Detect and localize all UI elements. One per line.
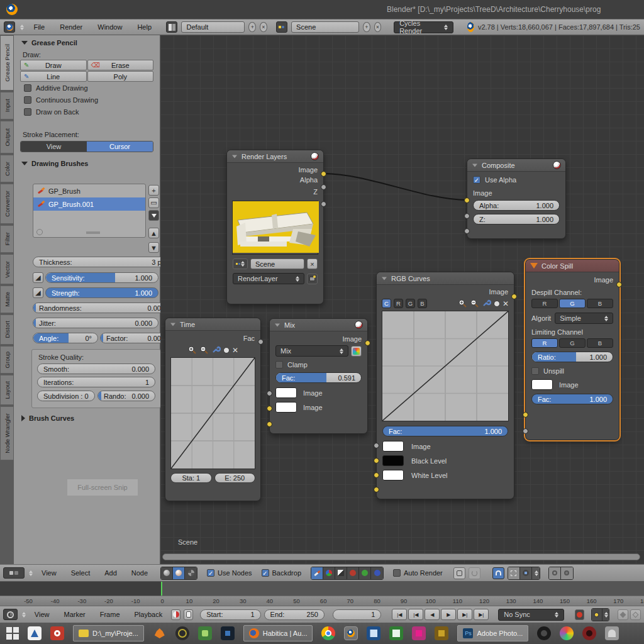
clipping-dot-icon[interactable] xyxy=(223,347,230,353)
menu-view[interactable]: View xyxy=(36,569,62,577)
despill-b-button[interactable]: B xyxy=(587,299,613,308)
menu-render[interactable]: Render xyxy=(54,23,88,31)
node-time[interactable]: Time Fac ✕ Sta: 1 E: 250 xyxy=(165,318,261,501)
brush-list-item[interactable]: GP_Brush xyxy=(33,184,145,197)
menu-frame[interactable]: Frame xyxy=(94,611,126,618)
node-editor-type-stepper[interactable] xyxy=(29,570,33,576)
panel-brush-curves-header[interactable]: Brush Curves xyxy=(14,411,80,425)
thickness-slider[interactable]: Thickness:3 px xyxy=(33,257,171,267)
app-icon-1[interactable] xyxy=(28,626,42,640)
insert-keyframe-icon[interactable] xyxy=(618,609,628,620)
brush-move-down-button[interactable]: ▼ xyxy=(148,242,159,253)
sidebar-tab-node-wrangler[interactable]: Node Wrangler xyxy=(0,406,14,460)
timeline-canvas[interactable] xyxy=(0,582,644,596)
input-socket-image2[interactable] xyxy=(267,421,272,427)
rl-scene-field[interactable]: Scene xyxy=(250,258,304,269)
input-socket-image1[interactable] xyxy=(267,406,272,411)
delete-x-icon[interactable]: ✕ xyxy=(232,346,238,355)
strength-slider[interactable]: Strength:1.000 xyxy=(45,287,158,298)
output-socket-image[interactable] xyxy=(321,171,326,177)
panel-drawing-brushes-header[interactable]: Drawing Brushes xyxy=(14,156,160,170)
composite-alpha-stepper[interactable]: Alpha:1.000 xyxy=(473,200,560,211)
black-level-swatch[interactable] xyxy=(382,455,404,466)
wrench-icon[interactable] xyxy=(482,299,491,308)
input-socket-black-level[interactable] xyxy=(374,472,379,478)
alpha-channel-icon[interactable] xyxy=(335,567,347,579)
jump-next-keyframe-button[interactable]: ▶| xyxy=(457,609,472,620)
editor-type-button[interactable] xyxy=(4,21,15,33)
app-icon-8[interactable] xyxy=(367,626,380,640)
rl-scene-unlink-button[interactable]: × xyxy=(307,258,318,269)
snap-stepper[interactable] xyxy=(532,567,540,579)
list-grip[interactable] xyxy=(86,231,100,234)
use-alpha-checkbox[interactable]: ✓ xyxy=(473,176,480,184)
channel-c-button[interactable]: C xyxy=(382,299,391,308)
app-icon-15[interactable] xyxy=(605,626,619,640)
start-button[interactable] xyxy=(6,627,19,640)
clipping-dot-icon[interactable] xyxy=(494,301,500,307)
r-channel-button[interactable] xyxy=(347,567,359,579)
menu-window[interactable]: Window xyxy=(92,23,128,31)
timeline-editor-type-button[interactable] xyxy=(3,609,18,620)
continuous-drawing-checkbox[interactable] xyxy=(24,96,31,104)
node-render-layers[interactable]: Render Layers Image Alpha Z xyxy=(226,150,324,304)
end-frame-stepper[interactable]: End:250 xyxy=(264,609,325,620)
zoom-out-icon[interactable] xyxy=(199,345,209,355)
b-channel-button[interactable] xyxy=(371,567,383,579)
curves-fac-slider[interactable]: Fac:1.000 xyxy=(382,426,508,436)
sidebar-tab-vector[interactable]: Vector xyxy=(0,254,14,284)
wrench-icon[interactable] xyxy=(211,345,221,355)
keying-set-icon[interactable] xyxy=(592,609,602,621)
scene-add-button[interactable]: + xyxy=(363,22,370,32)
output-socket-image[interactable] xyxy=(511,294,517,299)
zoom-out-icon[interactable] xyxy=(470,299,479,308)
jump-to-start-button[interactable]: |◀ xyxy=(392,609,407,620)
paste-keyframe-icon[interactable] xyxy=(561,567,573,579)
output-socket-alpha[interactable] xyxy=(321,184,326,190)
output-socket-fac[interactable] xyxy=(258,339,264,345)
app-icon-13[interactable] xyxy=(560,626,574,640)
app-icon-9[interactable] xyxy=(389,626,403,640)
rgb-channel-icon[interactable] xyxy=(323,567,335,579)
sidebar-tab-layout[interactable]: Layout xyxy=(0,375,14,405)
render-engine-select[interactable]: Cycles Render xyxy=(394,21,453,33)
g-channel-button[interactable] xyxy=(359,567,371,579)
menu-add[interactable]: Add xyxy=(99,569,123,577)
delete-x-icon[interactable]: ✕ xyxy=(502,299,509,308)
snap-mode-button[interactable] xyxy=(508,567,520,579)
gp-draw-button[interactable]: ✎Draw xyxy=(20,60,87,70)
sidebar-tab-color[interactable]: Color xyxy=(0,155,14,182)
mix-fac-slider[interactable]: Fac:0.591 xyxy=(275,372,362,383)
limiting-r-button[interactable]: R xyxy=(531,338,558,348)
grease-pencil-draw-icon[interactable] xyxy=(311,567,323,579)
play-button[interactable]: ▶ xyxy=(441,609,456,620)
composite-z-stepper[interactable]: Z:1.000 xyxy=(473,214,560,225)
node-composite[interactable]: Composite ✓ Use Alpha Image Alpha:1.000 … xyxy=(467,158,566,239)
node-rgb-curves[interactable]: RGB Curves Image C R G B ✕ F xyxy=(376,272,514,499)
placement-view-button[interactable]: View xyxy=(21,142,87,152)
app-icon-6[interactable] xyxy=(221,626,235,640)
unspill-checkbox[interactable] xyxy=(531,367,539,375)
spill-image-swatch[interactable] xyxy=(531,379,553,390)
limiting-b-button[interactable]: B xyxy=(587,338,613,348)
jump-prev-keyframe-button[interactable]: |◀ xyxy=(408,609,423,620)
snap-target-button[interactable] xyxy=(520,567,532,579)
channel-b-button[interactable]: B xyxy=(418,299,427,308)
scene-icon-button[interactable] xyxy=(276,21,287,33)
scene-datablock-icon-button[interactable] xyxy=(233,258,248,269)
copy-keyframe-icon[interactable] xyxy=(549,567,561,579)
time-end-stepper[interactable]: E: 250 xyxy=(214,473,256,483)
input-socket-fac[interactable] xyxy=(374,443,379,448)
menu-node[interactable]: Node xyxy=(126,569,153,577)
menu-help[interactable]: Help xyxy=(131,23,157,31)
output-socket-z[interactable] xyxy=(321,201,326,207)
render-layer-render-button[interactable] xyxy=(307,274,318,284)
snap-toggle-button[interactable] xyxy=(492,567,504,579)
scene-delete-button[interactable]: × xyxy=(374,22,382,32)
sync-mode-select[interactable]: No Sync xyxy=(498,609,564,621)
sensitivity-pressure-icon-button[interactable]: ◢ xyxy=(33,272,43,283)
spill-fac-slider[interactable]: Fac:1.000 xyxy=(531,394,613,404)
firefox-task-button[interactable]: Habitica | Au... xyxy=(243,625,313,641)
app-icon-14[interactable] xyxy=(582,626,596,640)
sidebar-tab-convertor[interactable]: Convertor xyxy=(0,184,14,224)
